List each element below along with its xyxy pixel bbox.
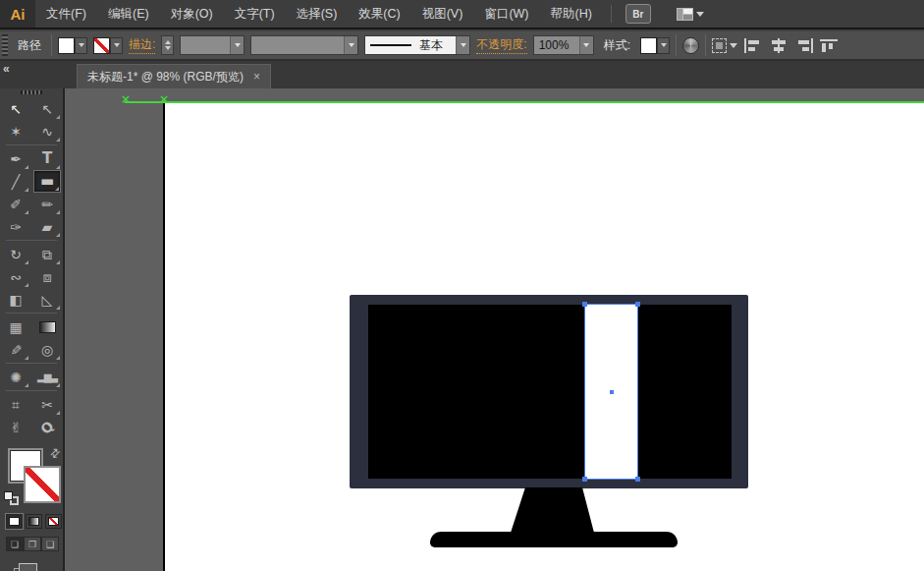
menu-type[interactable]: 文字(T) (224, 0, 286, 28)
align-top-button[interactable] (820, 38, 840, 53)
stroke-weight-combo[interactable] (180, 35, 245, 55)
style-swatch[interactable] (640, 37, 657, 54)
line-segment-tool[interactable]: ╱ (2, 170, 29, 193)
draw-inside-icon[interactable]: ❑ (41, 537, 59, 551)
gradient-button[interactable] (26, 514, 42, 529)
divider (676, 34, 677, 56)
pencil-tool[interactable]: ✏ (33, 193, 61, 215)
stroke-none-swatch[interactable] (93, 37, 110, 54)
monitor-stand-shape[interactable] (511, 487, 594, 533)
monitor-screen-shape[interactable] (368, 305, 732, 479)
fill-swatch[interactable] (58, 37, 75, 54)
tools-panel: ↖ ↖ ✶ ∿ ✒ T ╱ ▬ ✐ ✏ ✑ ▰ ↻ ⧉ ∾ ⧈ ◧ ◺ ▦ ✎ … (0, 88, 65, 571)
hand-tool[interactable]: ✌ (2, 416, 29, 438)
menu-effect[interactable]: 效果(C) (348, 0, 410, 28)
stroke-color-control[interactable] (93, 37, 123, 54)
mesh-tool[interactable]: ▦ (2, 315, 29, 338)
zoom-tool[interactable]: Q (33, 416, 61, 438)
menu-separator (611, 5, 612, 23)
menu-object[interactable]: 对象(O) (160, 0, 224, 28)
opacity-value[interactable]: 100% (534, 36, 579, 54)
eyedropper-tool[interactable]: ✎ (2, 338, 29, 361)
shape-builder-tool[interactable]: ◧ (2, 288, 29, 311)
gradient-tool[interactable] (33, 315, 61, 338)
chevron-down-icon[interactable] (230, 36, 244, 54)
default-fill-stroke-icon[interactable] (4, 491, 19, 505)
width-tool[interactable]: ∾ (2, 265, 29, 288)
selection-handle[interactable] (635, 302, 640, 307)
slice-tool[interactable]: ✂ (33, 393, 61, 416)
menu-window[interactable]: 窗口(W) (473, 0, 539, 28)
close-icon[interactable]: × (253, 70, 260, 84)
chevron-down-icon[interactable] (456, 36, 469, 54)
blend-tool[interactable]: ◎ (33, 338, 61, 361)
rectangle-tool[interactable]: ▬ (33, 170, 61, 193)
artboard-tool[interactable]: ⌗ (2, 393, 29, 416)
free-transform-tool[interactable]: ⧈ (33, 265, 61, 288)
align-right-button[interactable] (794, 38, 814, 53)
perspective-grid-tool[interactable]: ◺ (33, 288, 61, 311)
menu-help[interactable]: 帮助(H) (540, 0, 603, 28)
pen-tool[interactable]: ✒ (2, 147, 29, 170)
paintbrush-tool[interactable]: ✐ (2, 193, 29, 215)
style-control[interactable] (640, 37, 670, 54)
fill-dropdown-icon[interactable] (75, 37, 87, 54)
symbol-sprayer-tool[interactable]: ✺ (2, 366, 29, 388)
align-center-button[interactable] (769, 38, 788, 53)
stroke-indicator-none[interactable] (24, 466, 61, 503)
lasso-tool[interactable]: ∿ (33, 120, 61, 143)
eraser-tool[interactable]: ▰ (33, 215, 61, 238)
draw-behind-icon[interactable]: ❐ (24, 537, 41, 551)
scale-tool[interactable]: ⧉ (33, 243, 61, 265)
rotate-tool-icon: ↻ (10, 248, 22, 261)
chevron-down-icon[interactable] (344, 36, 357, 54)
align-left-button[interactable] (743, 38, 763, 53)
opacity-panel-link[interactable]: 不透明度: (476, 36, 526, 54)
symbol-sprayer-tool-icon: ✺ (10, 371, 22, 384)
selection-handle[interactable] (582, 302, 587, 307)
chevron-down-icon (730, 43, 737, 48)
collapse-panel-icon[interactable]: « (3, 62, 9, 76)
document-tab[interactable]: 未标题-1* @ 98% (RGB/预览) × (77, 64, 271, 88)
transform-control[interactable] (712, 38, 737, 53)
selection-tool[interactable]: ↖ (2, 97, 29, 120)
column-graph-tool[interactable]: ▂▆▃ (33, 366, 61, 388)
canvas-area[interactable]: × × (65, 88, 924, 571)
rotate-tool[interactable]: ↻ (2, 243, 29, 265)
menu-select[interactable]: 选择(S) (286, 0, 349, 28)
recolor-artwork-icon[interactable] (682, 37, 699, 54)
type-tool[interactable]: T (33, 147, 61, 170)
magic-wand-tool[interactable]: ✶ (2, 120, 29, 143)
swap-fill-stroke-icon[interactable]: ⇄ (46, 444, 63, 461)
selected-rectangle[interactable] (584, 304, 638, 480)
direct-selection-tool[interactable]: ↖ (33, 97, 61, 120)
blob-brush-tool[interactable]: ✑ (2, 215, 29, 238)
chevron-down-icon[interactable] (579, 36, 593, 54)
selection-handle[interactable] (635, 477, 640, 482)
menu-edit[interactable]: 编辑(E) (97, 0, 160, 28)
paintbrush-tool-icon: ✐ (10, 198, 22, 211)
selection-center-point[interactable] (610, 390, 614, 394)
menu-view[interactable]: 视图(V) (411, 0, 474, 28)
width-profile-combo[interactable] (250, 35, 358, 55)
screen-mode-icon[interactable] (14, 563, 37, 571)
stroke-panel-link[interactable]: 描边: (129, 36, 155, 54)
menu-file[interactable]: 文件(F) (35, 0, 97, 28)
brush-definition-combo[interactable]: 基本 (364, 35, 470, 55)
none-button[interactable] (45, 514, 62, 529)
workspace-switcher[interactable] (677, 8, 704, 21)
control-bar-grip[interactable] (2, 34, 8, 56)
color-button[interactable] (6, 514, 23, 529)
artboard-edge (163, 101, 165, 571)
tools-panel-grip[interactable] (21, 90, 42, 94)
opacity-combo[interactable]: 100% (533, 35, 594, 55)
style-dropdown-icon[interactable] (657, 37, 670, 54)
selection-handle[interactable] (582, 477, 587, 482)
stroke-weight-stepper[interactable] (161, 35, 174, 55)
lasso-tool-icon: ∿ (41, 125, 53, 139)
draw-normal-icon[interactable]: ❏ (6, 537, 24, 551)
stroke-dropdown-icon[interactable] (110, 37, 123, 54)
bridge-button[interactable]: Br (625, 4, 651, 24)
monitor-base-shape[interactable] (430, 532, 678, 547)
fill-color-control[interactable] (58, 37, 87, 54)
